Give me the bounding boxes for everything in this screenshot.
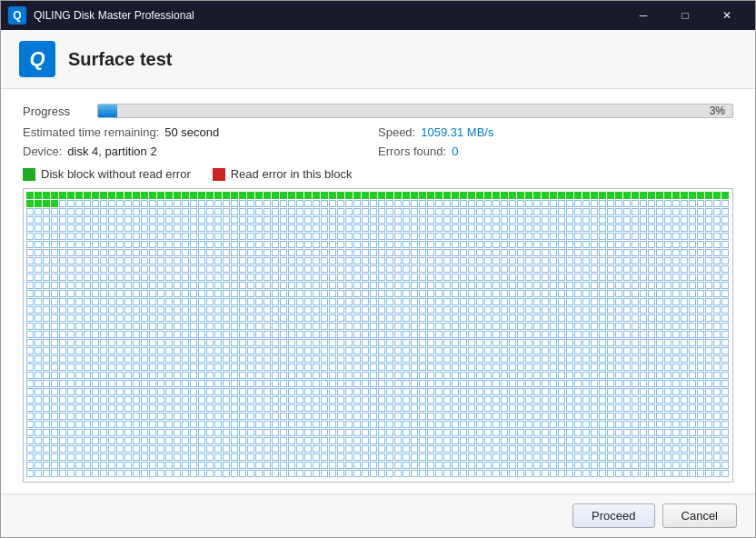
grid-block <box>157 249 164 256</box>
grid-block <box>476 364 483 371</box>
grid-block <box>264 241 271 248</box>
grid-block <box>362 290 369 297</box>
maximize-button[interactable]: □ <box>664 1 706 30</box>
proceed-button[interactable]: Proceed <box>572 503 654 528</box>
grid-block <box>656 453 663 461</box>
grid-block <box>517 331 524 338</box>
grid-block <box>533 216 541 224</box>
grid-block <box>75 364 83 371</box>
grid-block <box>713 364 721 371</box>
grid-block <box>623 241 631 248</box>
grid-block <box>288 314 295 322</box>
grid-block <box>574 216 582 224</box>
grid-block <box>231 437 238 444</box>
grid-block <box>501 437 508 444</box>
grid-block <box>223 462 230 469</box>
grid-block <box>509 445 516 453</box>
grid-block <box>476 388 483 395</box>
grid-block <box>288 339 295 346</box>
grid-block <box>427 470 434 477</box>
grid-block <box>721 233 729 240</box>
grid-block <box>452 274 459 281</box>
grid-block <box>427 265 434 273</box>
grid-block <box>141 290 148 297</box>
minimize-button[interactable]: ─ <box>622 1 664 30</box>
grid-block <box>304 192 312 199</box>
grid-block <box>141 445 148 453</box>
grid-block <box>141 265 148 273</box>
grid-block <box>370 404 377 412</box>
grid-block <box>525 347 532 354</box>
grid-block <box>476 462 483 469</box>
grid-block <box>460 429 467 436</box>
grid-block <box>116 216 124 224</box>
grid-block <box>255 347 263 354</box>
grid-block <box>681 404 688 412</box>
grid-block <box>435 421 443 428</box>
grid-block <box>165 233 173 240</box>
grid-block <box>116 404 124 412</box>
grid-block <box>92 462 99 469</box>
grid-block <box>198 200 205 207</box>
grid-block <box>599 298 606 305</box>
grid-block <box>705 355 712 363</box>
grid-block <box>26 355 34 363</box>
grid-block <box>272 216 279 224</box>
grid-block <box>403 192 410 199</box>
grid-block <box>721 298 729 305</box>
grid-block <box>582 216 590 224</box>
grid-block <box>640 396 647 404</box>
grid-block <box>386 224 393 232</box>
grid-block <box>337 445 344 453</box>
grid-block <box>84 462 91 469</box>
grid-block <box>468 445 475 453</box>
grid-block <box>697 249 704 256</box>
grid-block <box>591 372 598 379</box>
grid-block <box>533 372 541 379</box>
grid-block <box>484 453 492 461</box>
grid-block <box>313 388 320 395</box>
grid-block <box>386 429 393 436</box>
grid-block <box>239 208 246 215</box>
grid-block <box>411 421 418 428</box>
grid-block <box>648 429 655 436</box>
grid-block <box>378 331 385 338</box>
grid-block <box>255 257 263 264</box>
grid-block <box>713 323 721 330</box>
grid-block <box>648 437 655 444</box>
grid-block <box>501 233 508 240</box>
grid-block <box>550 372 557 379</box>
grid-block <box>304 323 312 330</box>
grid-block <box>443 453 451 461</box>
grid-block <box>403 241 410 248</box>
close-button[interactable]: ✕ <box>706 1 748 30</box>
grid-block <box>501 421 508 428</box>
grid-block <box>411 388 418 395</box>
grid-block <box>558 314 565 322</box>
grid-block <box>476 323 483 330</box>
grid-block <box>35 404 42 412</box>
grid-block <box>484 241 492 248</box>
grid-block <box>435 445 443 453</box>
grid-block <box>124 306 132 314</box>
grid-block <box>419 314 426 322</box>
grid-block <box>525 224 532 232</box>
grid-block <box>206 282 214 289</box>
cancel-button[interactable]: Cancel <box>662 503 737 528</box>
grid-block <box>239 404 246 412</box>
grid-block <box>223 274 230 281</box>
grid-block <box>124 224 132 232</box>
grid-block <box>362 208 369 215</box>
grid-block <box>329 347 336 354</box>
title-bar-title: QILING Disk Master Professional <box>34 9 194 22</box>
grid-block <box>484 298 492 305</box>
grid-block <box>615 347 622 354</box>
grid-block <box>304 339 312 346</box>
grid-block <box>403 445 410 453</box>
grid-block <box>165 331 173 338</box>
grid-block <box>468 437 475 444</box>
grid-block <box>378 274 385 281</box>
grid-block <box>231 290 238 297</box>
grid-block <box>525 364 532 371</box>
grid-block <box>288 249 295 256</box>
